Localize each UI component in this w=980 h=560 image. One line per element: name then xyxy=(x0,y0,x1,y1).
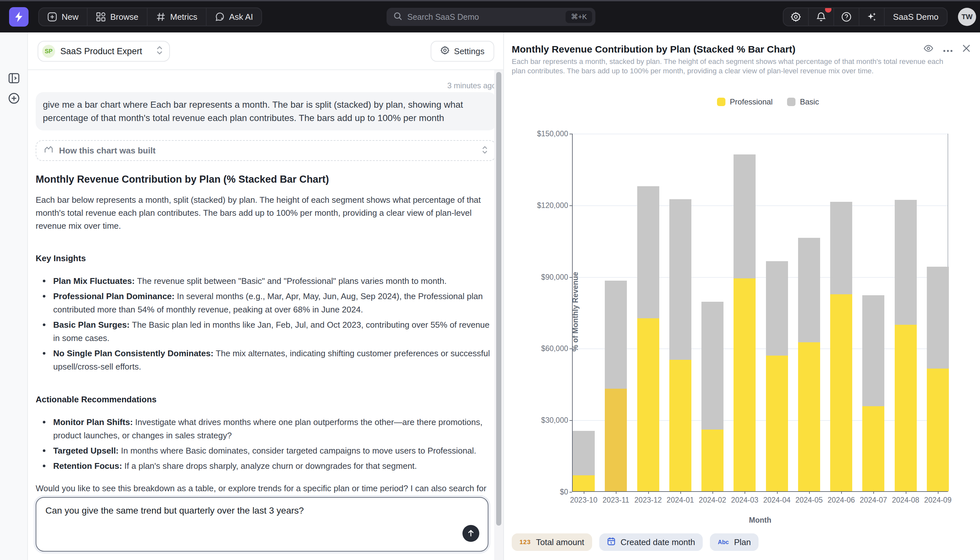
scrollbar-thumb[interactable] xyxy=(496,72,502,526)
y-axis-tick-label: $150,000 xyxy=(537,130,568,138)
list-item: Basic Plan Surges: The Basic plan led in… xyxy=(36,318,494,345)
how-chart-built-toggle[interactable]: How this chart was built xyxy=(36,140,494,161)
nav-item-new[interactable]: New xyxy=(39,8,88,26)
global-search-input[interactable]: Search SaaS Demo ⌘+K xyxy=(387,8,595,26)
bar-segment-professional xyxy=(605,389,627,491)
bar-segment-professional xyxy=(927,368,949,491)
close-icon[interactable] xyxy=(962,43,970,55)
chart-icon xyxy=(44,145,53,157)
chart-panel-description: Each bar represents a month, stacked by … xyxy=(512,57,950,76)
bar-segment-professional xyxy=(734,278,756,492)
ai-sparkles-button[interactable] xyxy=(859,8,885,26)
more-options-icon[interactable] xyxy=(943,43,953,55)
composer-input-value: Can you give the same trend but quarterl… xyxy=(45,505,478,516)
x-axis-tick-label: 2024-03 xyxy=(731,496,758,505)
new-thread-icon[interactable] xyxy=(7,92,21,108)
workspace-switcher[interactable]: SaaS Demo xyxy=(885,8,947,26)
x-axis-tick-label: 2023-12 xyxy=(634,496,661,505)
bar-segment-professional xyxy=(701,430,724,491)
collapse-sidebar-icon[interactable] xyxy=(7,72,21,88)
bar-2023-11[interactable] xyxy=(605,133,627,491)
agent-settings-button[interactable]: Settings xyxy=(431,41,494,62)
chevron-up-down-icon xyxy=(482,145,488,157)
notification-badge xyxy=(825,7,832,13)
nav-item-ask-ai[interactable]: Ask AI xyxy=(207,8,262,26)
x-axis-tick-label: 2024-05 xyxy=(796,496,823,505)
visibility-icon[interactable] xyxy=(924,43,933,55)
user-avatar[interactable]: TW xyxy=(958,8,976,26)
field-chip-plan[interactable]: AbcPlan xyxy=(710,533,759,551)
bar-2023-12[interactable] xyxy=(637,133,659,491)
chat-scrollbar[interactable] xyxy=(494,70,503,560)
chart-panel-title: Monthly Revenue Contribution by Plan (St… xyxy=(512,43,902,56)
agent-name: SaaS Product Expert xyxy=(60,47,151,57)
settings-gear-button[interactable] xyxy=(784,8,809,26)
x-axis-title: Month xyxy=(572,516,948,525)
bar-segment-professional xyxy=(798,342,820,491)
help-button[interactable] xyxy=(834,8,859,26)
bar-2024-03[interactable] xyxy=(734,133,756,491)
plus-square-icon xyxy=(47,12,57,22)
y-axis-tick-label: $120,000 xyxy=(537,201,568,210)
x-axis-tick-label: 2023-10 xyxy=(570,496,597,505)
bar-segment-basic xyxy=(701,302,724,430)
y-axis-tick-label: $60,000 xyxy=(541,344,568,353)
bar-segment-basic xyxy=(927,267,949,368)
bell-icon xyxy=(816,12,826,22)
gear-icon xyxy=(791,12,801,22)
bar-2024-07[interactable] xyxy=(862,133,884,491)
y-axis-tick-label: $0 xyxy=(560,488,568,497)
bar-segment-professional xyxy=(637,318,659,491)
assistant-message: Monthly Revenue Contribution by Plan (% … xyxy=(36,173,494,508)
field-chip-label: Plan xyxy=(734,537,751,547)
nav-item-label: Ask AI xyxy=(229,12,253,22)
app-logo[interactable] xyxy=(9,7,28,27)
bar-segment-basic xyxy=(830,202,852,294)
bar-2024-06[interactable] xyxy=(830,133,852,491)
bar-2024-01[interactable] xyxy=(669,133,691,491)
search-shortcut-badge: ⌘+K xyxy=(566,11,592,23)
search-placeholder: Search SaaS Demo xyxy=(407,12,566,22)
hash-icon xyxy=(156,12,166,22)
chat-header: SP SaaS Product Expert Settings xyxy=(28,32,503,70)
field-chip-total-amount[interactable]: 123Total amount xyxy=(512,533,592,551)
bar-segment-basic xyxy=(895,200,917,325)
user-message-bubble: give me a bar chart where Each bar repre… xyxy=(36,92,494,130)
chat-composer[interactable]: Can you give the same trend but quarterl… xyxy=(36,497,488,552)
app-root: New Browse Metrics Ask AI Search SaaS De… xyxy=(0,0,980,560)
field-chip-created-date-month[interactable]: Created date month xyxy=(599,533,703,551)
bar-2023-10[interactable] xyxy=(573,133,595,491)
nav-item-metrics[interactable]: Metrics xyxy=(148,8,207,26)
y-axis-tick-label: $30,000 xyxy=(541,416,568,425)
agent-selector[interactable]: SP SaaS Product Expert xyxy=(38,41,170,62)
lightning-bolt-icon xyxy=(14,12,23,22)
bar-segment-professional xyxy=(766,356,788,491)
bar-segment-basic xyxy=(734,155,756,278)
notifications-button[interactable] xyxy=(809,8,834,26)
x-axis-tick-label: 2024-09 xyxy=(924,496,952,505)
nav-actions-group: New Browse Metrics Ask AI xyxy=(38,7,262,26)
bar-segment-professional xyxy=(895,325,917,491)
stacked-bar-chart: $0$30,000$60,000$90,000$120,000$150,000%… xyxy=(504,97,980,560)
sparkles-icon xyxy=(867,12,877,22)
send-button[interactable] xyxy=(462,525,479,542)
settings-label: Settings xyxy=(454,47,485,57)
bar-2024-02[interactable] xyxy=(701,133,724,491)
insight-list: Monitor Plan Shifts: Investigate what dr… xyxy=(36,416,494,473)
workspace-name: SaaS Demo xyxy=(893,12,938,22)
bar-2024-05[interactable] xyxy=(798,133,820,491)
bar-2024-09[interactable] xyxy=(927,133,949,491)
nav-item-browse[interactable]: Browse xyxy=(88,8,148,26)
grid-icon xyxy=(96,12,106,22)
field-chip-label: Total amount xyxy=(536,537,585,547)
chat-message-list: 3 minutes ago give me a bar chart where … xyxy=(28,70,494,560)
x-axis-tick-label: 2024-06 xyxy=(827,496,855,505)
bar-segment-basic xyxy=(605,281,627,389)
bar-segment-professional xyxy=(573,475,595,491)
field-chip-label: Created date month xyxy=(621,537,695,547)
top-nav: New Browse Metrics Ask AI Search SaaS De… xyxy=(0,1,980,32)
bar-2024-08[interactable] xyxy=(895,133,917,491)
search-icon xyxy=(394,11,402,23)
insight-list: Plan Mix Fluctuates: The revenue split b… xyxy=(36,275,494,373)
bar-2024-04[interactable] xyxy=(766,133,788,491)
